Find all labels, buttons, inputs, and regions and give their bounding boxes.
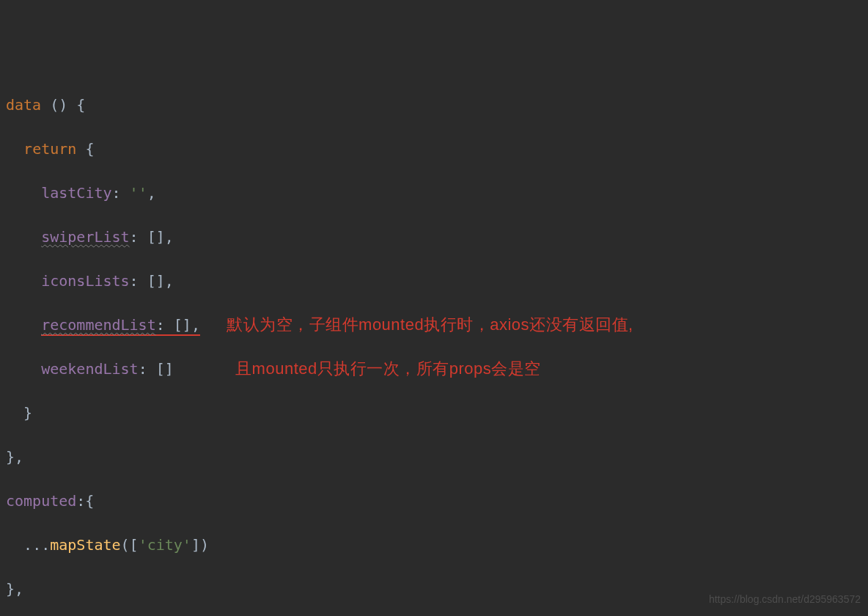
punct: : [] xyxy=(139,360,174,378)
string: '' xyxy=(130,184,147,202)
watermark-text: https://blog.csdn.net/d295963572 xyxy=(709,588,861,610)
string: 'city' xyxy=(139,536,191,554)
punct: : [], xyxy=(130,228,174,246)
punct: ... xyxy=(23,536,50,554)
annotation-text: 且mounted只执行一次，所有props会是空 xyxy=(235,359,541,378)
punct: : [], xyxy=(130,272,174,290)
punct: : [], xyxy=(156,316,200,334)
keyword: data xyxy=(6,96,41,114)
code-line[interactable]: weekendList: [] 且mounted只执行一次，所有props会是空 xyxy=(0,358,868,380)
code-line[interactable]: lastCity: '', xyxy=(0,182,868,204)
prop: iconsLists xyxy=(41,272,129,290)
punct: ([ xyxy=(121,536,139,554)
code-line[interactable]: swiperList: [], xyxy=(0,226,868,248)
code-line[interactable]: return { xyxy=(0,138,868,160)
punct: ]) xyxy=(191,536,209,554)
func: mapState xyxy=(50,536,120,554)
code-line[interactable]: }, xyxy=(0,446,868,468)
punct: { xyxy=(76,140,94,158)
code-line[interactable]: ...mapState(['city']) xyxy=(0,534,868,556)
code-line[interactable]: recommendList: [], 默认为空，子组件mounted执行时，ax… xyxy=(0,314,868,336)
punct: : xyxy=(112,184,130,202)
prop: computed xyxy=(6,492,76,510)
code-line[interactable]: computed:{ xyxy=(0,490,868,512)
punct: :{ xyxy=(76,492,94,510)
code-line[interactable]: } xyxy=(0,402,868,424)
prop: lastCity xyxy=(41,184,111,202)
annotation-text: 默认为空，子组件mounted执行时，axios还没有返回值, xyxy=(227,315,633,334)
punct: } xyxy=(23,404,32,422)
prop: weekendList xyxy=(41,360,138,378)
underline-red: recommendList: [], xyxy=(41,316,200,336)
punct: () { xyxy=(41,96,85,114)
code-line[interactable]: data () { xyxy=(0,94,868,116)
code-line[interactable]: iconsLists: [], xyxy=(0,270,868,292)
keyword: return xyxy=(23,140,76,158)
punct: }, xyxy=(6,580,23,598)
prop: swiperList xyxy=(41,228,129,246)
punct: , xyxy=(147,184,156,202)
punct: }, xyxy=(6,448,23,466)
prop: recommendList xyxy=(41,316,156,334)
